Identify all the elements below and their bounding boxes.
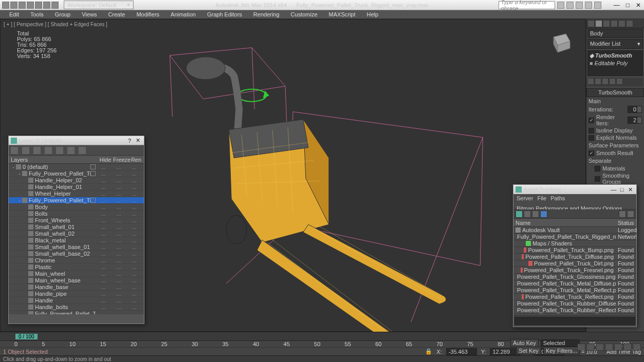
modifier-list-dropdown[interactable]: Modifier List▾ — [587, 39, 643, 49]
asset-row[interactable]: Maps / Shaders — [513, 240, 636, 247]
options-icon[interactable] — [619, 211, 626, 218]
rollout-header[interactable]: TurboSmooth — [586, 88, 644, 97]
tree-icon[interactable] — [532, 211, 539, 218]
add-to-layer-icon[interactable] — [33, 147, 41, 154]
undo-icon[interactable] — [35, 2, 42, 9]
auto-key-button[interactable]: Auto Key — [510, 339, 539, 347]
layer-row[interactable]: Black_metal......... — [9, 237, 144, 244]
hide-unhide-icon[interactable] — [67, 147, 75, 154]
unique-icon[interactable] — [602, 78, 609, 85]
help-icon[interactable] — [627, 211, 634, 218]
highlight-selected-icon[interactable] — [56, 147, 63, 154]
menu-maxscript[interactable]: MAXScript — [324, 11, 361, 18]
smooth-result-checkbox[interactable]: ✓ — [588, 150, 594, 156]
layer-row[interactable]: Small_whell_02......... — [9, 231, 144, 237]
show-end-icon[interactable] — [595, 78, 601, 85]
open-icon[interactable] — [19, 2, 26, 9]
workspace-dropdown[interactable]: Workspace: Default▾ — [64, 1, 134, 9]
minimize-button[interactable]: — — [614, 2, 620, 9]
menu-graph-editors[interactable]: Graph Editors — [202, 11, 247, 18]
new-icon[interactable] — [10, 2, 17, 9]
layer-row[interactable]: Small_whell_01......... — [9, 224, 144, 231]
layer-window-titlebar[interactable]: Layer: 0 (default) ? ✕ — [9, 136, 144, 145]
layer-manager-window[interactable]: Layer: 0 (default) ? ✕ Layers Hide Freez… — [8, 136, 144, 324]
layer-row[interactable]: Handle_Helper_01......... — [9, 184, 144, 190]
key-mode-dropdown[interactable]: Selected — [541, 339, 580, 347]
col-freeze[interactable]: Freeze — [113, 156, 128, 163]
asset-window-titlebar[interactable]: Asset Tracking — □ ✕ — [513, 185, 636, 194]
pin-stack-icon[interactable] — [587, 78, 594, 85]
layer-row[interactable]: Plastic......... — [9, 264, 144, 271]
layer-row[interactable]: Handle_Helper_02......... — [9, 177, 144, 184]
status-icon[interactable] — [524, 211, 531, 218]
menu-create[interactable]: Create — [103, 11, 130, 18]
layer-row[interactable]: Handle_bolts......... — [9, 304, 144, 311]
layer-row[interactable]: -Fully_Powered_Pallet_Truck_Rig......... — [9, 170, 144, 177]
menu-rendering[interactable]: Rendering — [248, 11, 285, 18]
menu-tools[interactable]: Tools — [25, 11, 49, 18]
layer-row[interactable]: -0 (default)......... — [9, 164, 144, 170]
materials-checkbox[interactable] — [595, 166, 600, 172]
modifier-stack[interactable]: ◆ TurboSmooth ■ Editable Poly — [587, 50, 643, 76]
asset-row[interactable]: Fully_Powered_Pallet_Truck_Rigged_max_vr… — [513, 234, 636, 240]
x-coord[interactable]: -35.463 — [446, 348, 477, 355]
close-button[interactable]: ✕ — [636, 2, 641, 9]
asset-list[interactable]: Autodesk VaultLoggedFully_Powered_Pallet… — [513, 227, 636, 315]
help-icon[interactable] — [594, 2, 601, 9]
favorite-icon[interactable] — [585, 2, 592, 9]
viewcube[interactable] — [544, 27, 575, 58]
asset-row[interactable]: Powered_Pallet_Truck_Glossiness.pngFound — [513, 274, 636, 280]
layer-row[interactable]: Handle_pipe......... — [9, 291, 144, 297]
key-filters-button[interactable]: Key Filters... — [543, 347, 580, 355]
col-status[interactable]: Status — [616, 219, 636, 226]
play-icon[interactable] — [596, 344, 604, 351]
layer-row[interactable]: Main_wheel......... — [9, 271, 144, 277]
goto-start-icon[interactable] — [577, 344, 585, 351]
col-hide[interactable]: Hide — [98, 156, 113, 163]
tab-modify[interactable] — [595, 20, 602, 27]
refresh-icon[interactable] — [516, 211, 523, 218]
menu-modifiers[interactable]: Modifiers — [131, 11, 164, 18]
asset-menu-file[interactable]: File — [537, 195, 546, 201]
asset-menu-paths[interactable]: Paths — [550, 195, 565, 201]
tab-create[interactable] — [587, 20, 595, 27]
prev-frame-icon[interactable] — [586, 344, 595, 351]
asset-row[interactable]: Powered_Pallet_Truck_Dirt.pngFound — [513, 260, 636, 267]
search-input[interactable]: Type a keyword or phrase — [499, 1, 555, 9]
layer-row[interactable]: Handle_base......... — [9, 284, 144, 291]
asset-tracking-window[interactable]: Asset Tracking — □ ✕ ServerFilePathsBitm… — [513, 184, 637, 327]
layer-row[interactable]: Main_wheel_base......... — [9, 277, 144, 284]
isoline-checkbox[interactable] — [588, 128, 594, 134]
col-layers[interactable]: Layers — [9, 156, 98, 163]
menu-customize[interactable]: Customize — [286, 11, 323, 18]
asset-row[interactable]: Powered_Pallet_Truck_Fresnel.pngFound — [513, 267, 636, 274]
tab-hierarchy[interactable] — [603, 20, 610, 27]
explicit-checkbox[interactable] — [588, 135, 594, 141]
menu-edit[interactable]: Edit — [4, 11, 24, 18]
asset-row[interactable]: Powered_Pallet_Truck_Diffuse.pngFound — [513, 254, 636, 260]
iterations-spinner[interactable]: 0 — [628, 106, 642, 113]
menu-help[interactable]: Help — [362, 11, 384, 18]
asset-row[interactable]: Powered_Pallet_Truck_Rubber_Diffuse.pngF… — [513, 300, 636, 307]
object-name-field[interactable]: Body — [587, 29, 643, 38]
layer-row[interactable]: -Fully_Powered_Pallet_Truck_Rigged......… — [9, 197, 144, 204]
modifier-turbosmooth[interactable]: ◆ TurboSmooth — [589, 52, 641, 60]
asset-path-input[interactable] — [514, 317, 635, 325]
app-icon[interactable] — [2, 2, 9, 9]
asset-maximize-button[interactable]: □ — [618, 186, 626, 193]
layer-row[interactable]: Bolts......... — [9, 211, 144, 217]
frame-indicator[interactable]: 0 / 100 — [15, 334, 38, 339]
goto-end-icon[interactable] — [614, 344, 622, 351]
delete-layer-icon[interactable] — [22, 147, 29, 154]
modifier-editable-poly[interactable]: ■ Editable Poly — [589, 60, 641, 67]
asset-row[interactable]: Powered_Pallet_Truck_Metal_Diffuse.pngFo… — [513, 280, 636, 287]
layer-row[interactable]: Body......... — [9, 204, 144, 211]
menu-animation[interactable]: Animation — [165, 11, 201, 18]
link-icon[interactable] — [51, 2, 59, 9]
set-key-button[interactable]: Set Key — [516, 347, 541, 355]
configure-icon[interactable] — [616, 78, 623, 85]
exchange-icon[interactable] — [576, 2, 583, 9]
layer-row[interactable]: Wheel_Helper......... — [9, 190, 144, 197]
layer-row[interactable]: Front_Wheels......... — [9, 217, 144, 224]
layer-row[interactable]: Handle......... — [9, 297, 144, 304]
